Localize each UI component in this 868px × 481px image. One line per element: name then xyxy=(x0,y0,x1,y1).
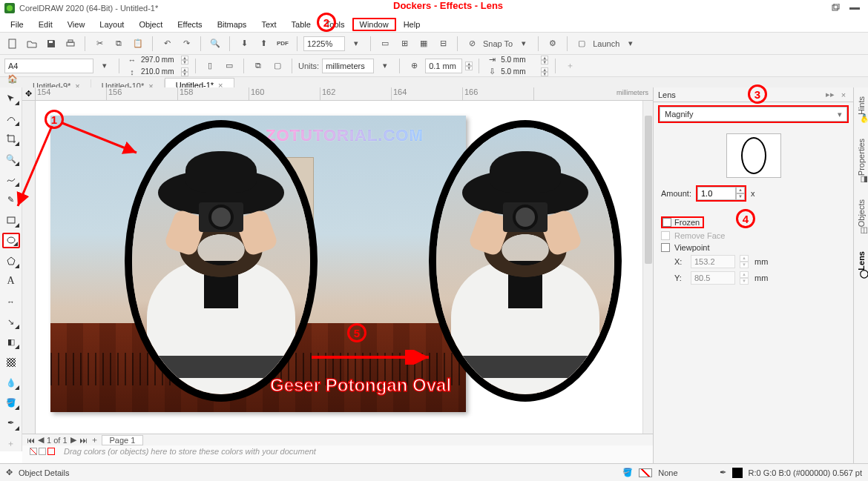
copy-button[interactable]: ⧉ xyxy=(111,36,127,52)
cut-button[interactable]: ✂ xyxy=(91,36,108,52)
current-page-button[interactable]: ▢ xyxy=(269,58,286,74)
menu-window[interactable]: Window xyxy=(352,18,396,31)
fill-swatch[interactable] xyxy=(639,468,652,477)
photo-object[interactable]: ZOTUTORIAL.COM 5 Geser Potongan Oval xyxy=(50,116,466,412)
ellipse-tool[interactable] xyxy=(2,233,20,249)
page-next-button[interactable]: ▶ xyxy=(70,435,76,445)
open-button[interactable] xyxy=(24,36,40,52)
orientation-portrait[interactable]: ▯ xyxy=(202,58,218,74)
orientation-landscape[interactable]: ▭ xyxy=(221,58,237,74)
launch-label[interactable]: Launch xyxy=(593,39,619,48)
menu-help[interactable]: Help xyxy=(396,18,428,31)
menu-effects[interactable]: Effects xyxy=(170,18,209,31)
options-button[interactable]: ⚙ xyxy=(545,36,561,52)
snap-off-button[interactable]: ⊘ xyxy=(464,36,480,52)
menu-bitmaps[interactable]: Bitmaps xyxy=(210,18,254,31)
frozen-checkbox[interactable] xyxy=(662,218,671,227)
zoom-dropdown[interactable]: ▾ xyxy=(348,36,364,52)
lens-ellipse-original[interactable] xyxy=(125,120,318,402)
nudge-input[interactable] xyxy=(425,59,462,73)
docker-collapse-button[interactable]: ▸▸ xyxy=(825,90,835,100)
minimize-button[interactable] xyxy=(846,1,864,15)
viewpoint-checkbox[interactable] xyxy=(661,243,670,252)
all-pages-button[interactable]: ⧉ xyxy=(250,58,266,74)
transparency-tool[interactable] xyxy=(2,354,20,370)
page-width-input[interactable] xyxy=(139,55,180,64)
lens-ellipse-copy[interactable] xyxy=(429,120,622,402)
crop-tool[interactable] xyxy=(2,131,20,147)
search-button[interactable]: 🔍 xyxy=(207,36,223,52)
polygon-tool[interactable] xyxy=(2,253,20,268)
document-palette[interactable]: Drag colors (or objects) here to store t… xyxy=(22,445,653,457)
page-last-button[interactable]: ⏭ xyxy=(79,436,88,445)
freehand-tool[interactable] xyxy=(2,171,20,187)
menu-file[interactable]: File xyxy=(3,18,31,31)
snapto-label[interactable]: Snap To xyxy=(483,39,513,48)
horizontal-ruler[interactable]: 154 156 158 160 162 164 166 millimeters xyxy=(36,87,653,101)
parallel-dimension-tool[interactable]: ↔ xyxy=(2,293,20,309)
page-tab-1[interactable]: Page 1 xyxy=(102,435,144,445)
page-preset-dropdown[interactable]: ▾ xyxy=(96,58,113,74)
connector-tool[interactable]: ↘ xyxy=(2,314,20,329)
page-first-button[interactable]: ⏮ xyxy=(27,436,35,445)
rectangle-tool[interactable] xyxy=(2,212,20,228)
outline-tool[interactable]: ✒ xyxy=(2,415,20,431)
outline-swatch[interactable] xyxy=(732,468,743,478)
vertical-scrollbar[interactable] xyxy=(642,101,653,434)
home-view-icon[interactable]: 🏠 xyxy=(4,70,21,87)
amount-spin-up[interactable]: ▲ xyxy=(736,187,745,193)
docker-tab-objects[interactable]: ◫Objects xyxy=(855,195,867,240)
duplicate-y-input[interactable] xyxy=(499,67,539,76)
fill-tool[interactable]: 🪣 xyxy=(2,395,20,411)
page-prev-button[interactable]: ◀ xyxy=(38,435,44,445)
page-add-button[interactable]: ＋ xyxy=(91,434,99,445)
outline-pen-icon[interactable]: ✒ xyxy=(720,468,726,477)
fullscreen-preview-button[interactable]: ▭ xyxy=(377,36,393,52)
amount-spin-down[interactable]: ▼ xyxy=(736,193,745,200)
canvas[interactable]: ZOTUTORIAL.COM 5 Geser Potongan Oval xyxy=(36,101,653,434)
lens-type-dropdown[interactable]: Magnify▾ xyxy=(660,107,847,122)
restore-button[interactable] xyxy=(826,1,844,15)
viewpoint-x-input[interactable] xyxy=(691,255,735,268)
new-button[interactable] xyxy=(4,36,21,52)
undo-button[interactable]: ↶ xyxy=(159,36,175,52)
show-grid-button[interactable]: ▦ xyxy=(415,36,432,52)
pick-tool[interactable] xyxy=(2,90,20,106)
toolbox-expand[interactable]: ＋ xyxy=(2,436,20,451)
snapto-dropdown[interactable]: ▾ xyxy=(516,36,532,52)
docker-tab-hints[interactable]: 💡Hints xyxy=(855,92,867,128)
docker-close-button[interactable]: × xyxy=(838,90,849,100)
amount-input[interactable] xyxy=(697,187,736,200)
print-button[interactable] xyxy=(62,36,79,52)
redo-button[interactable]: ↷ xyxy=(178,36,194,52)
duplicate-x-input[interactable] xyxy=(499,55,539,64)
units-dropdown[interactable]: ▾ xyxy=(377,58,393,74)
show-rulers-button[interactable]: ⊞ xyxy=(396,36,412,52)
viewpoint-y-input[interactable] xyxy=(691,271,735,285)
units-select[interactable] xyxy=(322,59,374,73)
fill-icon[interactable]: 🪣 xyxy=(622,468,633,477)
zoom-level-input[interactable] xyxy=(303,36,345,51)
drop-shadow-tool[interactable]: ◧ xyxy=(2,334,20,350)
save-button[interactable] xyxy=(43,36,59,52)
shape-tool[interactable] xyxy=(2,110,20,126)
menu-layout[interactable]: Layout xyxy=(92,18,131,31)
import-button[interactable]: ⬇ xyxy=(236,36,252,52)
menu-edit[interactable]: Edit xyxy=(31,18,60,31)
object-details-label[interactable]: Object Details xyxy=(19,468,69,477)
menu-text[interactable]: Text xyxy=(254,18,283,31)
paste-button[interactable]: 📋 xyxy=(130,36,146,52)
text-tool[interactable]: A xyxy=(2,273,20,289)
artistic-media-tool[interactable]: ✎ xyxy=(2,192,20,208)
docker-tab-properties[interactable]: ◧Properties xyxy=(855,134,867,189)
drawing-stage[interactable]: ✥ 154 156 158 160 162 164 166 millimeter… xyxy=(22,87,653,463)
vertical-ruler[interactable] xyxy=(22,101,36,445)
docker-tab-lens[interactable]: ◯Lens xyxy=(855,247,867,284)
eyedropper-tool[interactable]: 💧 xyxy=(2,374,20,390)
show-guidelines-button[interactable]: ⊟ xyxy=(435,36,451,52)
menu-table[interactable]: Table xyxy=(284,18,318,31)
publish-pdf-button[interactable]: PDF xyxy=(274,36,291,52)
ruler-origin[interactable]: ✥ xyxy=(22,87,36,101)
page-height-input[interactable] xyxy=(139,67,180,76)
launch-dropdown[interactable]: ▾ xyxy=(622,36,639,52)
